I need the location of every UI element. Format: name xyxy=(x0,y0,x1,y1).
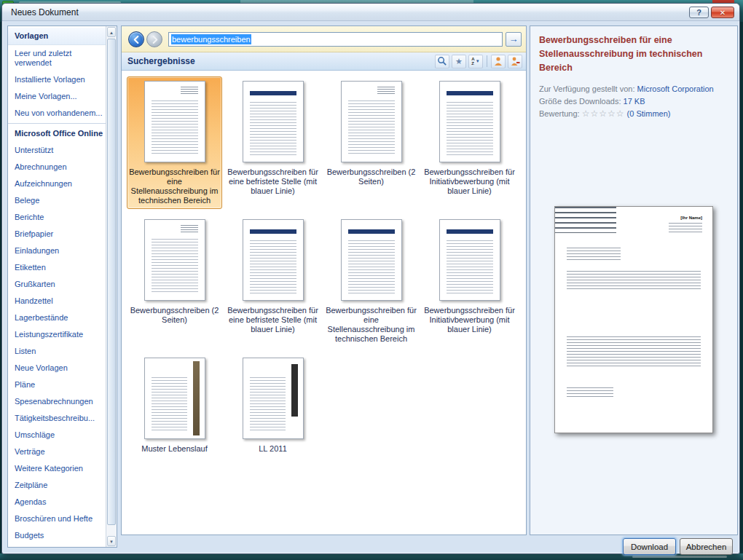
scrollbar-thumb[interactable] xyxy=(107,39,116,525)
favorites-icon[interactable]: ★ xyxy=(452,55,466,68)
sidebar-item[interactable]: Weitere Kategorien xyxy=(8,460,106,477)
template-row: Bewerbungsschreiben (2 Seiten) Bewerbung… xyxy=(125,215,526,353)
sidebar-item[interactable]: Neue Vorlagen xyxy=(8,360,106,376)
template-label: Muster Lebenslauf xyxy=(129,444,220,454)
back-button[interactable] xyxy=(128,31,144,47)
sidebar-item[interactable]: Verträge xyxy=(8,443,106,460)
template-label: Bewerbungsschreiben für eine befristete … xyxy=(227,306,318,334)
rating-stars-icon[interactable]: ☆☆☆☆☆ xyxy=(582,109,625,119)
preview-name-placeholder: [Ihr Name] xyxy=(680,216,702,220)
template-item[interactable]: Bewerbungsschreiben für eine befristete … xyxy=(225,76,321,200)
template-item[interactable]: Bewerbungsschreiben für eine befristete … xyxy=(225,215,321,338)
template-item[interactable]: Bewerbungsschreiben (2 Seiten) xyxy=(323,76,419,190)
sidebar-item-microsoft-office-online[interactable]: Microsoft Office Online xyxy=(8,125,106,142)
details-rating-row: Bewertung: ☆☆☆☆☆ (0 Stimmen) xyxy=(539,108,728,120)
sidebar-item[interactable]: Etiketten xyxy=(8,259,106,276)
dialog-title: Neues Dokument xyxy=(11,4,79,21)
template-label: Bewerbungsschreiben (2 Seiten) xyxy=(326,167,417,186)
categories-list: Vorlagen Leer und zuletzt verwendet Inst… xyxy=(8,26,106,547)
cancel-button[interactable]: Abbrechen xyxy=(680,538,733,555)
template-label: Bewerbungsschreiben für Initiativbewerbu… xyxy=(424,306,515,334)
sidebar-item[interactable]: Briefpapier xyxy=(8,226,106,242)
sidebar-item[interactable]: Zeitpläne xyxy=(8,477,106,494)
template-thumbnail xyxy=(439,81,500,162)
sidebar-scrollbar[interactable]: ▲ ▼ xyxy=(106,26,117,547)
zoom-slider-strip xyxy=(632,556,727,558)
sidebar-item[interactable]: Pläne xyxy=(8,376,106,393)
sidebar-item[interactable]: Budgets xyxy=(8,527,106,544)
template-item[interactable]: Bewerbungsschreiben für Initiativbewerbu… xyxy=(422,76,517,200)
sidebar-item[interactable]: Meine Vorlagen... xyxy=(8,88,106,105)
download-button[interactable]: Download xyxy=(623,538,676,555)
sort-az-icon[interactable]: AZ ▼ xyxy=(468,55,483,68)
template-thumbnail xyxy=(144,219,205,301)
template-thumbnail xyxy=(144,358,205,439)
template-thumbnail xyxy=(243,219,304,301)
sidebar-item[interactable]: Handzettel xyxy=(8,293,106,309)
sidebar-item[interactable]: Leistungszertifikate xyxy=(8,326,106,343)
template-item[interactable]: Bewerbungsschreiben für Initiativbewerbu… xyxy=(422,215,517,338)
rating-votes: (0 Stimmen) xyxy=(627,109,671,118)
search-bar: bewerbungsschreiben → xyxy=(122,26,526,52)
help-button[interactable]: ? xyxy=(689,7,709,18)
details-provider-row: Zur Verfügung gestellt von: Microsoft Co… xyxy=(539,83,728,95)
sidebar-item[interactable]: Berichte xyxy=(8,209,106,226)
template-thumbnail xyxy=(243,81,304,162)
results-header-title: Suchergebnisse xyxy=(127,52,195,71)
sidebar-item[interactable]: Lagerbestände xyxy=(8,309,106,326)
sidebar-item[interactable]: Visitenkarten xyxy=(8,544,106,547)
desktop: Neues Dokument ? ✕ Vorlagen Leer und zul… xyxy=(0,0,743,560)
results-toolbar: ★ AZ ▼ xyxy=(435,54,522,68)
sidebar-item[interactable]: Spesenabrechnungen xyxy=(8,393,106,410)
sidebar-item[interactable]: Abrechnungen xyxy=(8,159,106,176)
search-go-button[interactable]: → xyxy=(506,32,522,47)
forward-arrow-icon xyxy=(151,36,159,44)
template-row: Bewerbungsschreiben für eine Stellenauss… xyxy=(125,76,526,215)
search-input[interactable]: bewerbungsschreiben xyxy=(168,32,503,47)
template-item[interactable]: Bewerbungsschreiben für eine Stellenauss… xyxy=(323,215,419,347)
template-thumbnail xyxy=(341,219,402,301)
template-item[interactable]: LL 2011 xyxy=(225,353,321,457)
categories-sidebar: Vorlagen Leer und zuletzt verwendet Inst… xyxy=(7,25,117,548)
community-person-icon[interactable] xyxy=(491,55,506,68)
sidebar-item[interactable]: Neu von vorhandenem... xyxy=(8,105,106,124)
template-row: Muster Lebenslauf LL 2011 xyxy=(125,353,526,463)
scroll-up-icon[interactable]: ▲ xyxy=(107,27,116,37)
search-options-icon[interactable] xyxy=(435,55,449,68)
results-header: Suchergebnisse ★ AZ ▼ xyxy=(122,52,526,71)
template-label: LL 2011 xyxy=(227,444,318,454)
sidebar-item[interactable]: Umschläge xyxy=(8,427,106,443)
template-label: Bewerbungsschreiben für eine Stellenauss… xyxy=(129,167,220,205)
template-thumbnail xyxy=(439,219,500,301)
scroll-down-icon[interactable]: ▼ xyxy=(107,536,116,546)
sidebar-item[interactable]: Installierte Vorlagen xyxy=(8,71,106,88)
toolbar-divider xyxy=(487,55,487,67)
community-person-remove-icon[interactable] xyxy=(508,55,522,68)
new-document-dialog: Neues Dokument ? ✕ Vorlagen Leer und zul… xyxy=(1,3,740,554)
details-title: Bewerbungsschreiben für eine Stellenauss… xyxy=(539,33,728,74)
forward-button[interactable] xyxy=(146,31,162,47)
sidebar-item[interactable]: Grußkarten xyxy=(8,276,106,293)
template-item[interactable]: Muster Lebenslauf xyxy=(127,353,222,457)
sidebar-item[interactable]: Unterstützt xyxy=(8,142,106,159)
sidebar-item[interactable]: Leer und zuletzt verwendet xyxy=(8,45,106,71)
sidebar-item[interactable]: Einladungen xyxy=(8,242,106,259)
template-item-selected[interactable]: Bewerbungsschreiben für eine Stellenauss… xyxy=(127,76,222,209)
template-preview-page: [Ihr Name] xyxy=(554,206,713,433)
provider-link[interactable]: Microsoft Corporation xyxy=(637,84,714,93)
download-size-value: 17 KB xyxy=(624,97,645,106)
sidebar-item[interactable]: Agendas xyxy=(8,494,106,510)
template-label: Bewerbungsschreiben für eine Stellenauss… xyxy=(326,306,417,344)
sidebar-header-vorlagen[interactable]: Vorlagen xyxy=(8,28,106,45)
template-label: Bewerbungsschreiben für eine befristete … xyxy=(227,167,318,196)
sidebar-item[interactable]: Broschüren und Hefte xyxy=(8,510,106,527)
results-panel: bewerbungsschreiben → Suchergebnisse ★ A… xyxy=(121,25,527,535)
details-size-row: Größe des Downloads: 17 KB xyxy=(539,95,728,108)
template-thumbnail xyxy=(243,358,304,439)
sidebar-item[interactable]: Aufzeichnungen xyxy=(8,176,106,192)
sidebar-item[interactable]: Tätigkeitsbeschreibu... xyxy=(8,410,106,427)
sidebar-item[interactable]: Listen xyxy=(8,343,106,360)
template-item[interactable]: Bewerbungsschreiben (2 Seiten) xyxy=(127,215,222,328)
close-button[interactable]: ✕ xyxy=(711,7,734,18)
sidebar-item[interactable]: Belege xyxy=(8,192,106,209)
